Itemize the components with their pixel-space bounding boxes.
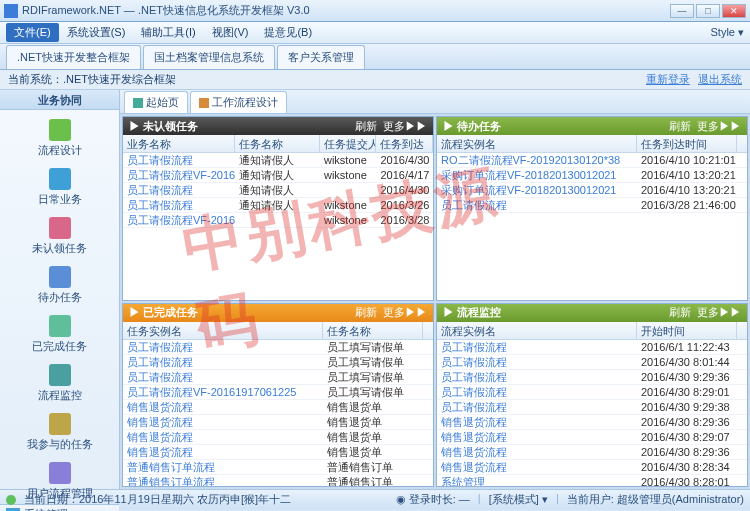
table-row[interactable]: 员工请假流程2016/4/30 9:29:38 — [437, 400, 747, 415]
col-header: 任务名称 — [235, 135, 319, 152]
tab-archive[interactable]: 国土档案管理信息系统 — [143, 45, 275, 69]
table-row[interactable]: 员工请假流程2016/4/30 8:01:44 — [437, 355, 747, 370]
table-row[interactable]: 销售退货流程2016/4/30 8:29:36 — [437, 445, 747, 460]
minimize-button[interactable]: — — [670, 4, 694, 18]
tab-framework[interactable]: .NET快速开发整合框架 — [6, 45, 141, 69]
table-row[interactable]: 销售退货流程2016/4/30 8:29:07 — [437, 430, 747, 445]
sidebar-item[interactable]: 流程设计 — [10, 116, 110, 161]
module-tabbar: .NET快速开发整合框架 国土档案管理信息系统 客户关系管理 — [0, 44, 750, 70]
sidebar-item[interactable]: 已完成任务 — [10, 312, 110, 357]
exit-link[interactable]: 退出系统 — [698, 72, 742, 87]
panel-unclaimed: ▶ 未认领任务刷新 更多▶▶业务名称任务名称任务提交人任务到达员工请假流程通知请… — [122, 116, 434, 301]
menu-file[interactable]: 文件(E) — [6, 23, 59, 42]
table-row[interactable]: 销售退货流程2016/4/30 8:28:34 — [437, 460, 747, 475]
sidebar-item[interactable]: 我参与的任务 — [10, 410, 110, 455]
panel-header: ▶ 未认领任务刷新 更多▶▶ — [123, 117, 433, 135]
table-row[interactable]: 员工请假流程通知请假人wikstone2016/4/30 — [123, 153, 433, 168]
table-row[interactable]: 员工请假流程员工填写请假单 — [123, 340, 433, 355]
cell: 2016/4/30 9:29:38 — [637, 400, 737, 414]
cell: 销售退货单 — [323, 400, 423, 414]
table-row[interactable]: 员工请假流程VF-2016131010wikstone2016/3/28 — [123, 213, 433, 228]
cell: 2016/6/1 11:22:43 — [637, 340, 737, 354]
table-row[interactable]: 员工请假流程通知请假人2016/4/30 — [123, 183, 433, 198]
panel-more[interactable]: 更多▶▶ — [383, 119, 427, 134]
panel-refresh[interactable]: 刷新 — [355, 119, 377, 134]
panel-more[interactable]: 更多▶▶ — [697, 305, 741, 320]
cell — [235, 213, 320, 227]
table-row[interactable]: 销售退货流程销售退货单 — [123, 430, 433, 445]
cell: 员工请假流程 — [437, 198, 637, 212]
table-row[interactable]: 采购订单流程VF-2018201300120212016/4/10 13:20:… — [437, 168, 747, 183]
table-row[interactable]: 员工请假流程2016/4/30 8:29:01 — [437, 385, 747, 400]
doctab-start[interactable]: 起始页 — [124, 91, 188, 113]
menu-help[interactable]: 辅助工具(I) — [133, 23, 203, 42]
table-row[interactable]: 员工请假流程VF-20161917061225员工填写请假单 — [123, 385, 433, 400]
table-row[interactable]: 员工请假流程2016/3/28 21:46:00 — [437, 198, 747, 213]
table-row[interactable]: 销售退货流程2016/4/30 8:29:36 — [437, 415, 747, 430]
cell: 2016/4/30 8:01:44 — [637, 355, 737, 369]
col-header: 任务到达时间 — [637, 135, 737, 152]
menu-system[interactable]: 系统设置(S) — [59, 23, 134, 42]
menu-suggest[interactable]: 提意见(B) — [256, 23, 320, 42]
statusbar: 当前日期：2016年11月19日星期六 农历丙申[猴]年十二 ◉ 登录时长: —… — [0, 489, 750, 509]
table-row[interactable]: 员工请假流程员工填写请假单 — [123, 370, 433, 385]
close-button[interactable]: ✕ — [722, 4, 746, 18]
col-header: 任务名称 — [323, 322, 423, 339]
cell: 员工请假流程 — [123, 183, 235, 197]
home-icon — [133, 98, 143, 108]
table-row[interactable]: 员工请假流程员工填写请假单 — [123, 355, 433, 370]
sidebar-item-icon — [49, 119, 71, 141]
table-row[interactable]: 员工请假流程VF-2016181000...通知请假人wikstone2016/… — [123, 168, 433, 183]
sidebar-item-icon — [49, 315, 71, 337]
cell: 员工填写请假单 — [323, 355, 423, 369]
table-row[interactable]: 普通销售订单流程普通销售订单 — [123, 460, 433, 475]
table-row[interactable]: 员工请假流程通知请假人wikstone2016/3/26 — [123, 198, 433, 213]
cell: 销售退货单 — [323, 445, 423, 459]
table-row[interactable]: RO二请假流程VF-201920130120*382016/4/10 10:21… — [437, 153, 747, 168]
panel-refresh[interactable]: 刷新 — [355, 305, 377, 320]
sidebar-item-label: 流程设计 — [38, 143, 82, 158]
relogin-link[interactable]: 重新登录 — [646, 72, 690, 87]
menu-view[interactable]: 视图(V) — [204, 23, 257, 42]
doctab-workflow[interactable]: 工作流程设计 — [190, 91, 287, 113]
panel-refresh[interactable]: 刷新 — [669, 305, 691, 320]
table-row[interactable]: 普通销售订单流程普通销售订单 — [123, 475, 433, 487]
cell: 采购订单流程VF-201820130012021 — [437, 183, 637, 197]
cell: 通知请假人 — [235, 183, 320, 197]
document-tabs: 起始页 工作流程设计 — [120, 90, 750, 114]
table-row[interactable]: 员工请假流程2016/6/1 11:22:43 — [437, 340, 747, 355]
cell: wikstone — [320, 198, 377, 212]
cell: 销售退货流程 — [437, 415, 637, 429]
main-area: 业务协同 流程设计日常业务未认领任务待办任务已完成任务流程监控我参与的任务用户流… — [0, 90, 750, 489]
panel-title: ▶ 流程监控 — [443, 305, 669, 320]
tab-crm[interactable]: 客户关系管理 — [277, 45, 365, 69]
status-date: 当前日期：2016年11月19日星期六 农历丙申[猴]年十二 — [24, 492, 291, 507]
table-row[interactable]: 员工请假流程2016/4/30 9:29:36 — [437, 370, 747, 385]
cell: 普通销售订单流程 — [123, 475, 323, 487]
cell: 2016/4/10 10:21:01 — [637, 153, 737, 167]
col-header: 任务提交人 — [320, 135, 377, 152]
cell: 普通销售订单 — [323, 460, 423, 474]
status-mode[interactable]: [系统模式] ▾ — [489, 492, 548, 507]
sidebar-item[interactable]: 待办任务 — [10, 263, 110, 308]
cell: 员工请假流程 — [437, 370, 637, 384]
table-row[interactable]: 销售退货流程销售退货单 — [123, 415, 433, 430]
table-row[interactable]: 销售退货流程销售退货单 — [123, 400, 433, 415]
maximize-button[interactable]: □ — [696, 4, 720, 18]
table-row[interactable]: 系统管理2016/4/30 8:28:01 — [437, 475, 747, 487]
table-row[interactable]: 销售退货流程销售退货单 — [123, 445, 433, 460]
panel-more[interactable]: 更多▶▶ — [383, 305, 427, 320]
sidebar-item[interactable]: 流程监控 — [10, 361, 110, 406]
sidebar-bottom-icon — [6, 508, 20, 512]
cell: 普通销售订单流程 — [123, 460, 323, 474]
panel-more[interactable]: 更多▶▶ — [697, 119, 741, 134]
table-row[interactable]: 采购订单流程VF-2018201300120212016/4/10 13:20:… — [437, 183, 747, 198]
panel-refresh[interactable]: 刷新 — [669, 119, 691, 134]
col-header: 流程实例名 — [437, 322, 637, 339]
style-dropdown[interactable]: Style ▾ — [710, 26, 744, 39]
window-controls: — □ ✕ — [670, 4, 746, 18]
sidebar-item[interactable]: 未认领任务 — [10, 214, 110, 259]
cell: 销售退货流程 — [123, 415, 323, 429]
sidebar-item[interactable]: 日常业务 — [10, 165, 110, 210]
sidebar-item-label: 待办任务 — [38, 290, 82, 305]
